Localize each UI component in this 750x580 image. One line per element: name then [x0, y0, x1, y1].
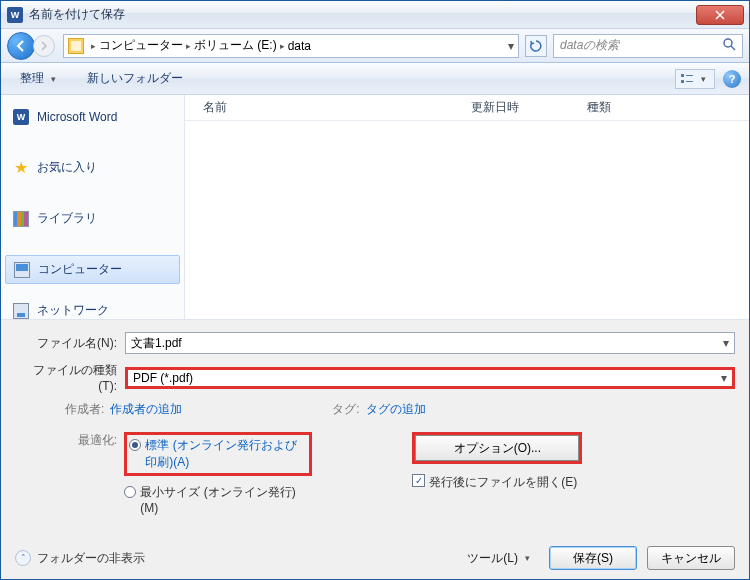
hide-folders-button[interactable]: ˄ フォルダーの非表示: [15, 550, 145, 567]
word-app-icon: W: [7, 7, 23, 23]
checkbox-icon: [412, 474, 425, 487]
computer-icon: [14, 262, 30, 278]
svg-rect-1: [681, 74, 684, 77]
author-label: 作成者:: [65, 401, 104, 418]
search-input[interactable]: dataの検索: [553, 34, 743, 58]
radio-icon: [124, 486, 136, 498]
view-mode-button[interactable]: ▾: [675, 69, 715, 89]
view-icon: [681, 74, 693, 84]
columns-header: 名前 更新日時 種類: [185, 95, 749, 121]
window-title: 名前を付けて保存: [29, 6, 125, 23]
radio-icon: [129, 439, 141, 451]
back-arrow-icon: [14, 39, 28, 53]
optimize-label: 最適化:: [71, 432, 121, 449]
options-button[interactable]: オプション(O)...: [415, 435, 579, 461]
title-bar: W 名前を付けて保存: [1, 1, 749, 29]
footer-bar: ˄ フォルダーの非表示 ツール(L) ▾ 保存(S) キャンセル: [1, 537, 749, 579]
back-button[interactable]: [7, 32, 35, 60]
chevron-right-icon: ▸: [277, 41, 288, 51]
col-type[interactable]: 種類: [587, 99, 687, 116]
sidebar-item-favorites[interactable]: ★ お気に入り: [1, 153, 184, 182]
refresh-button[interactable]: [525, 35, 547, 57]
search-icon: [722, 37, 736, 54]
breadcrumb-seg2[interactable]: ボリューム (E:): [194, 37, 277, 54]
search-placeholder: dataの検索: [560, 37, 619, 54]
nav-bar: ▸ コンピューター ▸ ボリューム (E:) ▸ data ▾ dataの検索: [1, 29, 749, 63]
filename-label: ファイル名(N):: [15, 335, 125, 352]
file-list[interactable]: 名前 更新日時 種類: [185, 95, 749, 319]
sidebar-item-word[interactable]: Microsoft Word: [1, 103, 184, 131]
svg-point-0: [724, 39, 732, 47]
breadcrumb-seg3[interactable]: data: [288, 39, 311, 53]
refresh-icon: [530, 40, 542, 52]
close-icon: [715, 10, 725, 20]
filename-input[interactable]: 文書1.pdf: [125, 332, 735, 354]
add-tag-link[interactable]: タグの追加: [366, 401, 426, 418]
filetype-dropdown[interactable]: PDF (*.pdf): [125, 367, 735, 389]
organize-button[interactable]: 整理▾: [9, 66, 70, 91]
cancel-button[interactable]: キャンセル: [647, 546, 735, 570]
nav-buttons: [7, 32, 55, 60]
main-pane: Microsoft Word ★ お気に入り ライブラリ コンピューター ネット…: [1, 95, 749, 319]
sidebar-item-network[interactable]: ネットワーク: [1, 296, 184, 319]
forward-arrow-icon: [39, 41, 49, 51]
breadcrumb-seg1[interactable]: コンピューター: [99, 37, 183, 54]
tag-label: タグ:: [332, 401, 359, 418]
chevron-down-icon: ▾: [522, 553, 533, 563]
save-as-dialog: W 名前を付けて保存 ▸ コンピューター ▸ ボリューム (E:) ▸ data…: [0, 0, 750, 580]
close-button[interactable]: [696, 5, 744, 25]
new-folder-button[interactable]: 新しいフォルダー: [76, 66, 194, 91]
radio-standard[interactable]: 標準 (オンライン発行および印刷)(A): [129, 437, 305, 471]
svg-rect-3: [681, 80, 684, 83]
folder-icon: [68, 38, 84, 54]
command-bar: 整理▾ 新しいフォルダー ▾ ?: [1, 63, 749, 95]
address-bar[interactable]: ▸ コンピューター ▸ ボリューム (E:) ▸ data ▾: [63, 34, 519, 58]
col-name[interactable]: 名前: [203, 99, 471, 116]
svg-rect-4: [686, 81, 693, 82]
libraries-icon: [13, 211, 29, 227]
add-author-link[interactable]: 作成者の追加: [110, 401, 182, 418]
address-dropdown-icon[interactable]: ▾: [508, 39, 514, 53]
tools-dropdown[interactable]: ツール(L) ▾: [461, 548, 539, 569]
chevron-down-icon: ▾: [698, 74, 709, 84]
filetype-label: ファイルの種類(T):: [15, 362, 125, 393]
chevron-right-icon: ▸: [183, 41, 194, 51]
navigation-pane: Microsoft Word ★ お気に入り ライブラリ コンピューター ネット…: [1, 95, 185, 319]
chevron-right-icon: ▸: [88, 41, 99, 51]
col-date[interactable]: 更新日時: [471, 99, 587, 116]
word-icon: [13, 109, 29, 125]
save-button[interactable]: 保存(S): [549, 546, 637, 570]
sidebar-item-computer[interactable]: コンピューター: [5, 255, 180, 284]
star-icon: ★: [13, 160, 29, 176]
chevron-up-icon: ˄: [15, 550, 31, 566]
radio-minimum[interactable]: 最小サイズ (オンライン発行)(M): [124, 484, 312, 518]
lower-panel: ファイル名(N): 文書1.pdf ファイルの種類(T): PDF (*.pdf…: [1, 319, 749, 579]
help-button[interactable]: ?: [723, 70, 741, 88]
open-after-checkbox[interactable]: 発行後にファイルを開く(E): [412, 474, 582, 491]
sidebar-item-libraries[interactable]: ライブラリ: [1, 204, 184, 233]
chevron-down-icon: ▾: [48, 74, 59, 84]
network-icon: [13, 303, 29, 319]
svg-rect-2: [686, 75, 693, 76]
forward-button[interactable]: [33, 35, 55, 57]
